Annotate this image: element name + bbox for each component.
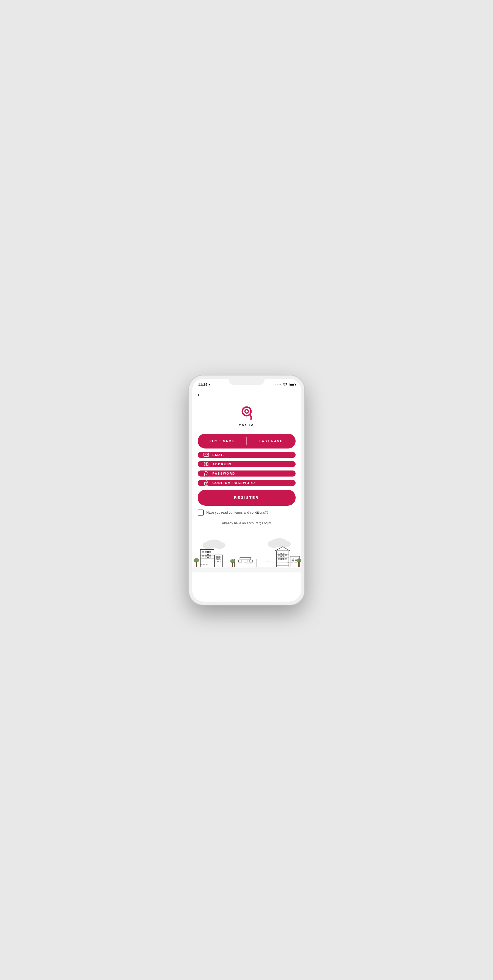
svg-rect-60	[285, 558, 287, 560]
svg-rect-22	[205, 551, 207, 553]
terms-text: Have you read our terms and conditions??	[206, 511, 269, 514]
first-name-label: FIRST NAME	[209, 439, 234, 443]
svg-rect-39	[219, 558, 220, 560]
svg-rect-67	[292, 558, 294, 559]
svg-rect-46	[244, 560, 247, 562]
svg-point-49	[230, 559, 235, 563]
svg-rect-40	[216, 561, 217, 562]
screen-content[interactable]: ‹ YASTA FIRST NAME	[192, 389, 301, 601]
location-icon: ◂	[208, 383, 210, 386]
svg-rect-29	[208, 557, 211, 558]
svg-rect-50	[232, 562, 233, 567]
back-button[interactable]: ‹	[192, 389, 301, 399]
svg-rect-24	[202, 554, 204, 555]
svg-rect-52	[278, 553, 280, 554]
svg-rect-58	[278, 558, 280, 560]
svg-rect-38	[216, 558, 217, 560]
address-field[interactable]: ADDRESS	[198, 461, 295, 467]
svg-point-13	[279, 540, 290, 547]
email-field[interactable]: EMAIL	[198, 452, 295, 458]
svg-rect-41	[219, 561, 220, 562]
terms-row[interactable]: Have you read our terms and conditions??	[192, 506, 301, 518]
svg-rect-53	[281, 553, 284, 554]
svg-rect-23	[208, 551, 211, 553]
svg-point-71	[297, 558, 301, 562]
svg-rect-48	[240, 557, 251, 560]
phone-frame: 11:34 ◂	[189, 375, 305, 605]
password-icon	[203, 471, 209, 477]
login-text: Already have an account :) Login!	[222, 521, 271, 525]
city-illustration	[192, 529, 301, 574]
svg-rect-47	[249, 560, 252, 562]
back-chevron-icon: ‹	[198, 391, 199, 398]
last-name-label: LAST NAME	[259, 439, 282, 443]
svg-rect-26	[208, 554, 211, 555]
form-section: FIRST NAME LAST NAME	[192, 434, 301, 506]
brand-name: YASTA	[239, 423, 254, 427]
svg-rect-55	[278, 556, 280, 557]
svg-point-9	[203, 541, 214, 549]
register-button[interactable]: REGISTER	[198, 490, 295, 506]
svg-rect-56	[281, 556, 284, 557]
confirm-password-label: CONFIRM PASSWORD	[212, 481, 255, 485]
name-row[interactable]: FIRST NAME LAST NAME	[198, 434, 295, 449]
svg-rect-43	[196, 562, 196, 567]
svg-point-10	[213, 542, 225, 549]
email-label: EMAIL	[212, 453, 225, 457]
password-field[interactable]: PASSWORD	[198, 471, 295, 477]
svg-rect-21	[202, 551, 204, 553]
svg-rect-68	[295, 558, 297, 559]
battery-icon	[289, 383, 295, 386]
last-name-field[interactable]: LAST NAME	[247, 434, 295, 449]
svg-rect-57	[285, 556, 287, 557]
confirm-password-icon	[203, 480, 209, 486]
email-icon	[203, 452, 209, 458]
svg-rect-27	[202, 557, 204, 558]
svg-rect-69	[292, 560, 294, 562]
terms-checkbox[interactable]	[198, 509, 204, 515]
mini-divider	[238, 518, 255, 518]
signal-icon	[275, 384, 281, 385]
wifi-icon	[283, 383, 287, 387]
yasta-logo	[237, 404, 256, 423]
status-time: 11:34 ◂	[198, 383, 210, 387]
svg-rect-54	[285, 553, 287, 554]
time-display: 11:34	[198, 383, 207, 387]
svg-rect-73	[192, 567, 301, 573]
svg-point-12	[268, 540, 280, 548]
svg-rect-45	[238, 560, 242, 562]
password-label: PASSWORD	[212, 472, 235, 475]
register-label: REGISTER	[234, 495, 259, 500]
svg-rect-72	[298, 562, 300, 567]
svg-point-3	[206, 463, 207, 465]
svg-rect-25	[205, 554, 207, 555]
svg-rect-59	[281, 558, 284, 560]
status-icons	[275, 383, 295, 387]
confirm-password-field[interactable]: CONFIRM PASSWORD	[198, 480, 295, 486]
login-link[interactable]: Already have an account :) Login!	[192, 520, 301, 528]
address-label: ADDRESS	[212, 463, 232, 466]
svg-rect-36	[216, 556, 217, 557]
svg-point-1	[245, 409, 248, 413]
phone-screen: 11:34 ◂	[192, 379, 301, 601]
first-name-field[interactable]: FIRST NAME	[198, 434, 247, 449]
battery-fill	[290, 384, 294, 385]
svg-rect-37	[219, 556, 220, 557]
logo-section: YASTA	[192, 399, 301, 434]
svg-rect-28	[205, 557, 207, 558]
address-icon	[203, 461, 209, 467]
notch	[229, 379, 265, 385]
svg-rect-2	[204, 453, 209, 457]
